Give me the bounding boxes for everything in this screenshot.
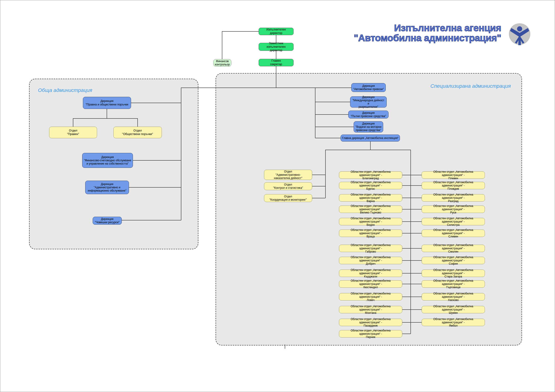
connector-line xyxy=(411,297,422,297)
regional-office-left-10: Областен отдел „Автомобилна администраци… xyxy=(339,293,402,300)
connector-line xyxy=(402,221,411,222)
connector-line xyxy=(181,87,181,220)
regional-office-left-0: Областен отдел „Автомобилна администраци… xyxy=(339,171,402,179)
connector-line xyxy=(411,221,422,222)
connector-line xyxy=(402,185,411,186)
connector-line xyxy=(276,66,276,88)
dept-control-stats-box: Отдел "Контрол и статистика" xyxy=(264,182,312,190)
connector-line xyxy=(325,150,411,150)
regional-office-right-11: Областен отдел „Автомобилна администраци… xyxy=(422,306,485,313)
general-directorate-inspection-box: Главна дирекция „Автомобилна инспекция“ xyxy=(341,135,400,142)
connector-line xyxy=(402,309,411,310)
executive-director-box: Изпълнителен директор xyxy=(259,28,293,35)
connector-line xyxy=(312,186,325,187)
page-title: Изпълнителна агенция "Автомобилна админи… xyxy=(291,23,501,43)
connector-line xyxy=(402,248,411,249)
regional-office-right-6: Областен отдел „Автомобилна администраци… xyxy=(422,245,485,252)
connector-line xyxy=(411,175,422,175)
page-title-line2: "Автомобилна администрация" xyxy=(291,33,501,43)
connector-line xyxy=(411,233,422,233)
connector-line xyxy=(315,102,350,102)
regional-office-left-9: Областен отдел „Автомобилна администраци… xyxy=(339,280,402,288)
connector-line xyxy=(402,334,411,334)
connector-line xyxy=(315,127,354,127)
connector-line xyxy=(402,322,411,323)
connector-line xyxy=(402,198,411,198)
directorate-admin-info-box: Дирекция "Административно и информационн… xyxy=(85,181,129,194)
regional-office-right-4: Областен отдел „Автомобилна администраци… xyxy=(422,218,485,225)
connector-line xyxy=(411,209,422,210)
dept-admin-penal-box: Отдел "Административно- наказателна дейн… xyxy=(264,170,312,180)
connector-line xyxy=(222,31,259,32)
connector-line xyxy=(122,220,181,220)
deputy-executive-director-box: Заместник изпълнителен директор xyxy=(259,43,293,51)
chief-secretary-box: Главен секретар xyxy=(259,59,293,66)
connector-line xyxy=(402,175,411,175)
agency-logo-icon xyxy=(508,23,531,46)
connector-line xyxy=(411,273,422,274)
regional-office-right-9: Областен отдел „Автомобилна администраци… xyxy=(422,280,485,288)
connector-line xyxy=(73,118,138,119)
connector-line xyxy=(133,160,181,161)
connector-line xyxy=(137,118,138,127)
connector-line xyxy=(285,345,285,349)
regional-office-left-1: Областен отдел „Автомобилна администраци… xyxy=(339,182,402,189)
regional-office-right-0: Областен отдел „Автомобилна администраци… xyxy=(422,171,485,179)
person-raised-arms-icon xyxy=(508,23,531,46)
connector-line xyxy=(315,114,348,115)
connector-line xyxy=(312,198,325,198)
connector-line xyxy=(107,109,107,118)
regional-office-left-3: Областен отдел „Автомобилна администраци… xyxy=(339,205,402,213)
regional-office-left-2: Областен отдел „Автомобилна администраци… xyxy=(339,194,402,202)
directorate-hr-box: Дирекция "Човешки ресурси" xyxy=(93,217,122,225)
connector-line xyxy=(411,198,422,198)
connector-line xyxy=(315,138,341,138)
page-title-line1: Изпълнителна агенция xyxy=(291,23,501,33)
regional-office-left-6: Областен отдел „Автомобилна администраци… xyxy=(339,245,402,252)
regional-office-right-1: Областен отдел „Автомобилна администраци… xyxy=(422,182,485,189)
connector-line xyxy=(370,142,371,150)
connector-line xyxy=(411,284,422,284)
dept-procurement-box: Отдел "Обществени поръчки" xyxy=(113,127,162,138)
directorate-legal-procurement-box: Дирекция "Правна и обществени поръчки xyxy=(83,97,131,109)
connector-line xyxy=(411,185,422,186)
connector-line xyxy=(131,103,181,103)
regional-office-left-8: Областен отдел „Автомобилна администраци… xyxy=(339,269,402,277)
dept-legal-box: Отдел "Правен" xyxy=(49,127,97,138)
regional-office-right-10: Областен отдел „Автомобилна администраци… xyxy=(422,293,485,300)
connector-line xyxy=(325,150,326,198)
directorate-drivers-box: Дирекция "Водачи на моторни превозни сре… xyxy=(354,121,383,132)
dept-coordination-box: Отдел "Координация и мониторинг" xyxy=(264,194,312,202)
connector-line xyxy=(402,284,411,284)
regional-office-left-7: Областен отдел „Автомобилна администраци… xyxy=(339,257,402,264)
connector-line xyxy=(411,248,422,249)
regional-office-right-2: Областен отдел „Автомобилна администраци… xyxy=(422,194,485,202)
connector-line xyxy=(411,322,422,323)
connector-line xyxy=(181,87,351,88)
directorate-transport-box: Дирекция "Автомобилни превози" xyxy=(351,83,386,92)
directorate-vehicles-box: Дирекция "Пътни превозни средства" xyxy=(348,111,388,118)
connector-line xyxy=(402,209,411,210)
connector-line xyxy=(402,260,411,261)
regional-office-left-11: Областен отдел „Автомобилна администраци… xyxy=(339,306,402,313)
connector-line xyxy=(410,150,411,334)
connector-line xyxy=(129,187,181,188)
regional-office-left-12: Областен отдел „Автомобилна администраци… xyxy=(339,319,402,326)
regional-office-right-5: Областен отдел „Автомобилна администраци… xyxy=(422,230,485,237)
connector-line xyxy=(411,309,422,310)
regional-office-right-12: Областен отдел „Автомобилна администраци… xyxy=(422,319,485,326)
regional-office-left-4: Областен отдел „Автомобилна администраци… xyxy=(339,218,402,225)
connector-line xyxy=(222,31,222,59)
directorate-international-box: Дирекция "Международна дейност и разреши… xyxy=(350,96,387,108)
connector-line xyxy=(411,260,422,261)
connector-line xyxy=(315,87,315,138)
org-chart-canvas: Обща администрация Специализирана админи… xyxy=(0,0,555,392)
connector-line xyxy=(402,273,411,274)
regional-office-left-13: Областен отдел „Автомобилна администраци… xyxy=(339,330,402,338)
regional-office-right-3: Областен отдел „Автомобилна администраци… xyxy=(422,205,485,213)
general-administration-label: Обща администрация xyxy=(38,87,92,93)
connector-line xyxy=(312,174,325,175)
directorate-finance-property-box: Дирекция "Финансово-счетоводно обслужван… xyxy=(82,153,133,168)
connector-line xyxy=(402,233,411,233)
financial-controller-box: Финансов контрольор xyxy=(213,59,231,66)
